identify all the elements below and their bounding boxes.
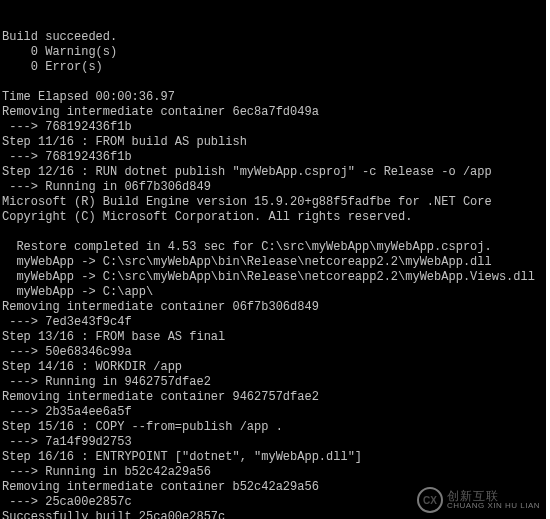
watermark: CX 创新互联 CHUANG XIN HU LIAN [417,487,540,513]
watermark-logo-icon: CX [417,487,443,513]
terminal-window[interactable]: Build succeeded. 0 Warning(s) 0 Error(s)… [0,0,546,519]
watermark-en: CHUANG XIN HU LIAN [447,502,540,510]
terminal-output: Build succeeded. 0 Warning(s) 0 Error(s)… [2,30,544,519]
watermark-text: 创新互联 CHUANG XIN HU LIAN [447,490,540,510]
